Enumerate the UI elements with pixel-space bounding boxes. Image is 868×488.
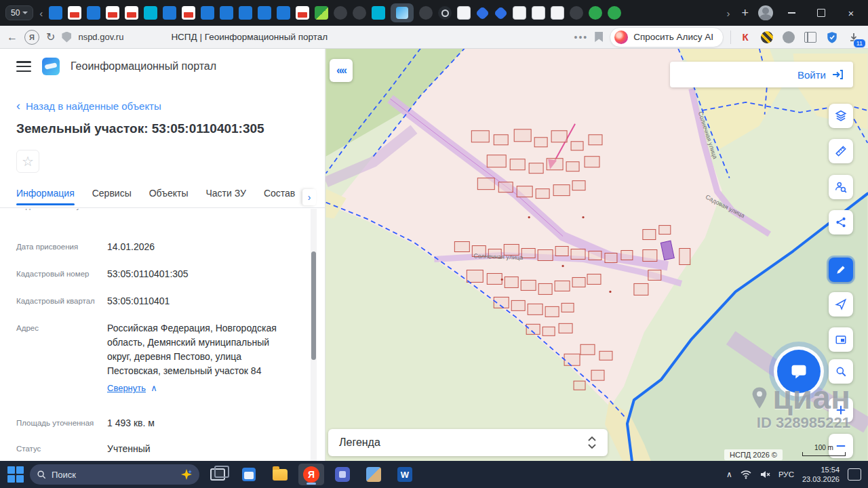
start-button[interactable] — [7, 466, 24, 483]
person-search-icon — [835, 181, 847, 193]
tab-favicon-blue[interactable] — [201, 6, 214, 20]
tab-favicon-blue[interactable] — [163, 6, 176, 20]
tab-favicon-page[interactable] — [551, 6, 564, 20]
panel-scrollbar-thumb[interactable] — [311, 251, 316, 360]
tab-favicon-leaf[interactable] — [315, 6, 328, 20]
more-actions-icon[interactable]: ••• — [574, 32, 589, 43]
window-minimize-button[interactable] — [780, 3, 803, 22]
chat-bubble-icon — [789, 362, 808, 381]
tab-favicon-pdf[interactable] — [68, 6, 81, 20]
layers-tool-button[interactable] — [829, 104, 853, 128]
tab-services[interactable]: Сервисы — [92, 188, 132, 205]
tab-favicon-pdf[interactable] — [182, 6, 195, 20]
measure-tool-button[interactable] — [829, 139, 853, 163]
tab-favicon-page[interactable] — [457, 6, 471, 20]
volume-muted-icon[interactable] — [760, 470, 770, 479]
profile-avatar[interactable] — [758, 5, 773, 20]
task-view-button[interactable] — [205, 464, 231, 485]
sidebar-panels-icon[interactable] — [803, 30, 818, 45]
screen: 50 ‹ › + × ← Я ↻ nspd.gov.ru НСПД | Геои… — [0, 0, 868, 488]
zoom-in-button[interactable] — [829, 398, 853, 422]
tab-favicon-blue[interactable] — [277, 6, 290, 20]
ask-alice-button[interactable]: Спросить Алису AI — [610, 27, 724, 47]
tab-active[interactable] — [391, 3, 414, 22]
tab-favicon-green[interactable] — [589, 6, 602, 20]
map-search-tool-button[interactable] — [829, 359, 853, 384]
tab-favicon-emblem[interactable] — [419, 6, 433, 20]
yandex-browser-button[interactable]: Я — [298, 464, 324, 485]
panel-collapse-button[interactable]: «« — [330, 59, 353, 82]
back-to-results-link[interactable]: ‹ Назад в найденные объекты — [16, 100, 161, 112]
chat-fab-button[interactable] — [777, 350, 821, 393]
tab-favicon-blue[interactable] — [87, 6, 100, 20]
tab-favicon-search[interactable] — [438, 6, 452, 20]
tab-favicon-blue[interactable] — [49, 6, 62, 20]
map-canvas[interactable]: Солнечная улица Солнечная улица Садовая … — [326, 48, 868, 461]
k-extension-icon[interactable]: К — [738, 30, 753, 45]
word-app-button[interactable]: W — [392, 464, 418, 485]
taskbar-search-input[interactable]: Поиск — [30, 464, 199, 485]
tab-favicon-green[interactable] — [608, 6, 621, 20]
tab-favicon-gem[interactable] — [494, 5, 508, 20]
bee-extension-icon[interactable] — [760, 30, 774, 45]
tab-favicon-page[interactable] — [532, 6, 545, 20]
window-close-button[interactable]: × — [840, 3, 863, 22]
tabs-scroll-left-icon[interactable]: ‹ — [37, 7, 45, 19]
legend-panel[interactable]: Легенда — [328, 429, 608, 456]
tab-parcel-parts[interactable]: Части ЗУ — [205, 188, 245, 205]
notification-center-icon[interactable] — [848, 468, 861, 481]
tab-favicon-blue[interactable] — [220, 6, 233, 20]
tab-objects[interactable]: Объекты — [149, 188, 189, 205]
tray-expand-icon[interactable]: ∧ — [726, 470, 732, 479]
language-indicator[interactable]: РУС — [778, 470, 794, 479]
menu-burger-icon[interactable] — [16, 61, 31, 72]
protect-shield-icon[interactable] — [62, 32, 71, 43]
reload-icon[interactable]: ↻ — [46, 32, 55, 43]
network-icon[interactable] — [741, 470, 751, 479]
scale-bar: 100 m — [802, 444, 846, 456]
share-tool-button[interactable] — [829, 210, 853, 235]
tab-favicon-pdf[interactable] — [106, 6, 119, 20]
tab-information[interactable]: Информация — [16, 188, 75, 205]
favorite-star-icon[interactable]: ☆ — [16, 150, 39, 173]
yandex-services-icon[interactable]: Я — [24, 30, 39, 45]
login-button[interactable]: Войти — [670, 62, 853, 87]
login-arrow-icon — [831, 69, 844, 80]
tab-favicon-pdf[interactable] — [296, 6, 309, 20]
taskbar-clock[interactable]: 15:54 23.03.2026 — [802, 465, 840, 484]
tab-favicon-cyan[interactable] — [144, 6, 157, 20]
collapse-address-link[interactable]: Свернуть ∧ — [107, 381, 157, 395]
back-icon[interactable]: ← — [7, 32, 18, 43]
file-explorer-button[interactable] — [267, 464, 293, 485]
field-row-cadastral-number: Кадастровый номер 53:05:0110401:305 — [16, 267, 295, 281]
tab-favicon-pdf[interactable] — [125, 6, 138, 20]
nspd-logo-icon[interactable] — [42, 58, 60, 75]
tab-composition[interactable]: Состав — [264, 188, 295, 205]
shield-check-icon[interactable] — [825, 30, 840, 45]
tabs-scroll-right-button[interactable]: › — [302, 189, 316, 205]
locate-tool-button[interactable] — [829, 292, 853, 317]
tab-favicon-emblem[interactable] — [334, 6, 347, 20]
calendar-app-button[interactable] — [236, 464, 262, 485]
ruler-icon — [835, 145, 847, 157]
tab-favicon-gem[interactable] — [475, 5, 490, 20]
tab-favicon-blue[interactable] — [258, 6, 271, 20]
downloads-icon[interactable]: 11 — [846, 30, 861, 45]
url-field[interactable]: nspd.gov.ru — [78, 32, 123, 42]
tab-favicon-cyan[interactable] — [372, 6, 385, 20]
tab-favicon-emblem[interactable] — [570, 6, 583, 20]
overview-map-tool-button[interactable] — [829, 327, 853, 352]
tabs-scroll-right-icon[interactable]: › — [724, 7, 732, 19]
feedback-tool-button[interactable] — [829, 258, 853, 282]
bookmark-icon[interactable] — [595, 32, 603, 42]
tab-favicon-blue[interactable] — [239, 6, 252, 20]
new-tab-button[interactable]: + — [738, 6, 751, 20]
photos-app-button[interactable] — [361, 464, 387, 485]
teams-app-button[interactable] — [330, 464, 355, 485]
window-maximize-button[interactable] — [810, 3, 833, 22]
cadastre-search-tool-button[interactable] — [829, 175, 853, 199]
tab-counter-button[interactable]: 50 — [5, 5, 33, 20]
gray-extension-icon[interactable] — [781, 30, 796, 45]
tab-favicon-emblem[interactable] — [353, 6, 366, 20]
tab-favicon-page[interactable] — [513, 6, 526, 20]
